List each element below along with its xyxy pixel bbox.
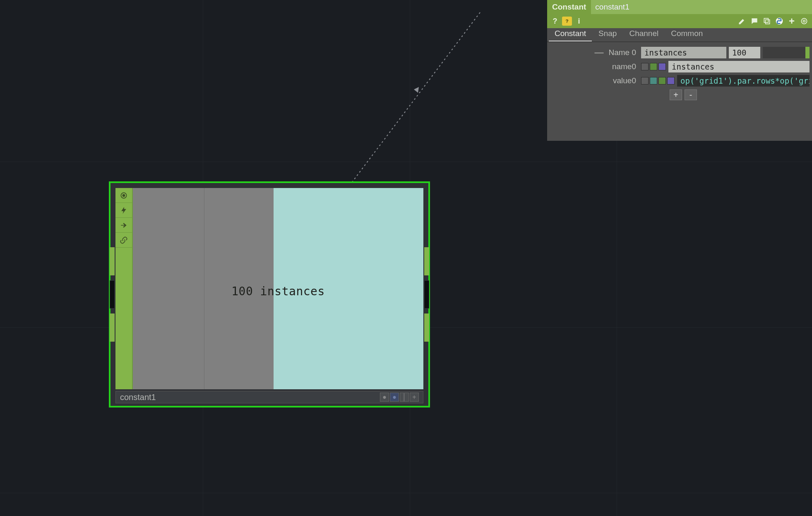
mode-bind-swatch[interactable] xyxy=(658,63,666,70)
chop-channel-label: 100 instances xyxy=(133,285,423,298)
svg-point-11 xyxy=(803,20,805,22)
tab-constant[interactable]: Constant xyxy=(549,27,592,41)
mode-expr-swatch[interactable] xyxy=(650,63,657,70)
value0-expression-field[interactable]: op('grid1').par.rows*op('grid1').par.c xyxy=(677,75,810,87)
svg-rect-7 xyxy=(764,18,768,22)
link-icon[interactable] xyxy=(115,233,132,248)
node-flag-viewer[interactable]: ● xyxy=(390,393,399,402)
slider-knob[interactable] xyxy=(805,47,810,58)
param-label[interactable]: — Name 0 xyxy=(550,47,639,58)
mode-expr-active-swatch[interactable] xyxy=(650,77,657,84)
param-label[interactable]: value0 xyxy=(550,76,639,85)
param-row-value0: value0 op('grid1').par.rows*op('grid1').… xyxy=(547,74,812,88)
python-icon[interactable] xyxy=(775,17,784,26)
operator-name-field[interactable]: constant1 xyxy=(591,0,812,14)
mode-constant-swatch[interactable] xyxy=(641,77,649,84)
svg-text:?: ? xyxy=(565,18,568,24)
node-input-connector[interactable] xyxy=(110,313,115,342)
name0-name-input[interactable] xyxy=(641,47,726,58)
copy-icon[interactable] xyxy=(762,17,771,26)
chop-viewer[interactable]: 100 instances xyxy=(133,188,423,389)
info-icon[interactable]: i xyxy=(574,17,584,26)
node-viewer-toolbar xyxy=(115,188,133,389)
svg-rect-6 xyxy=(766,20,770,24)
name0-value-input[interactable] xyxy=(729,47,760,58)
mode-bind-swatch[interactable] xyxy=(667,77,675,84)
parameter-iconbar: ? ? i + xyxy=(547,14,812,28)
node-name-label[interactable]: constant1 xyxy=(120,393,156,402)
param-add-remove-row: + - xyxy=(670,89,812,100)
collapse-icon[interactable]: — xyxy=(593,47,604,58)
param-mode-swatches xyxy=(641,77,675,84)
name0-value-slider[interactable] xyxy=(763,47,810,58)
node-output-connector[interactable] xyxy=(424,247,429,275)
parameter-tabs: Constant Snap Channel Common xyxy=(547,28,812,42)
param-label-text: Name 0 xyxy=(608,48,636,57)
node-output-connector[interactable] xyxy=(424,280,429,309)
param-label[interactable]: name0 xyxy=(550,62,639,71)
parameter-body: — Name 0 name0 value0 op(' xyxy=(547,42,812,100)
parameter-panel: Constant constant1 ? ? i + xyxy=(547,0,812,141)
svg-point-3 xyxy=(123,194,125,196)
arrow-right-icon[interactable] xyxy=(115,218,132,233)
node-flag-display[interactable]: ● xyxy=(380,393,389,402)
svg-point-9 xyxy=(778,19,779,20)
param-row-name0: name0 xyxy=(547,60,812,74)
node-input-connector[interactable] xyxy=(110,280,115,309)
node-flag-lock[interactable]: + xyxy=(410,393,419,402)
help-icon[interactable]: ? xyxy=(550,17,560,26)
remove-channel-button[interactable]: - xyxy=(685,89,697,100)
tab-snap[interactable]: Snap xyxy=(593,27,622,41)
tab-channel[interactable]: Channel xyxy=(623,27,664,41)
edit-icon[interactable] xyxy=(738,17,747,26)
bolt-icon[interactable] xyxy=(115,203,132,218)
param-mode-swatches xyxy=(641,63,666,70)
mode-constant-swatch[interactable] xyxy=(641,63,649,70)
target-icon[interactable] xyxy=(800,17,809,26)
node-input-connectors xyxy=(110,183,115,406)
node-output-connector[interactable] xyxy=(424,313,429,342)
mode-export-swatch[interactable] xyxy=(658,77,666,84)
parameter-header: Constant constant1 xyxy=(547,0,812,14)
node-footer: constant1 ● ● │ + xyxy=(115,391,423,403)
node-input-connector[interactable] xyxy=(110,247,115,275)
target-icon[interactable] xyxy=(115,188,132,203)
node-flag-clone[interactable]: │ xyxy=(400,393,409,402)
node-body: 100 instances xyxy=(115,188,423,389)
comment-icon[interactable] xyxy=(750,17,759,26)
node-output-connectors xyxy=(424,183,429,406)
tab-common[interactable]: Common xyxy=(665,27,709,41)
chop-node-constant1[interactable]: 100 instances constant1 ● ● │ + xyxy=(109,181,430,407)
operator-type-label: Constant xyxy=(547,0,591,14)
param-row-name0-compound: — Name 0 xyxy=(547,46,812,60)
name0-field[interactable] xyxy=(668,61,810,72)
help-contextual-icon[interactable]: ? xyxy=(562,17,572,26)
add-channel-button[interactable]: + xyxy=(670,89,682,100)
add-icon[interactable]: + xyxy=(787,17,796,26)
svg-point-10 xyxy=(801,18,807,24)
